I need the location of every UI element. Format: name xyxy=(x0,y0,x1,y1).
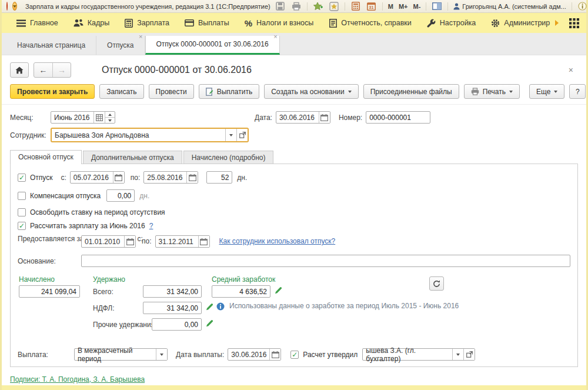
work-period-to-label: по: xyxy=(142,237,152,245)
calc-salary-checkbox[interactable]: ✓ xyxy=(18,222,26,230)
close-icon[interactable]: × xyxy=(139,34,142,39)
calc-salary-label: Рассчитать зарплату за Июнь 2016 xyxy=(30,222,145,230)
number-field[interactable]: 0000-000001 xyxy=(366,111,430,124)
calendar-picker-icon[interactable] xyxy=(124,236,135,247)
chevron-down-icon[interactable] xyxy=(452,349,463,360)
compensation-checkbox[interactable] xyxy=(18,192,26,200)
help-button[interactable]: ? xyxy=(569,84,586,99)
favorites-icon[interactable] xyxy=(329,1,339,12)
payment-date-field[interactable]: 30.06.2016 xyxy=(228,348,281,361)
calendar-picker-icon[interactable] xyxy=(319,112,330,123)
vacation-usage-link[interactable]: Как сотрудник использовал отпуск? xyxy=(219,237,336,245)
menu-item-vyplaty[interactable]: Выплаты xyxy=(178,13,236,33)
more-button[interactable]: Еще xyxy=(529,84,564,99)
chevron-down-icon[interactable] xyxy=(225,129,236,141)
date-label: Дата: xyxy=(255,114,272,122)
menu-item-nalogi[interactable]: % Налоги и взносы xyxy=(238,13,320,33)
month-label: Месяц: xyxy=(10,114,51,122)
vacation-from-field[interactable]: 05.07.2016 xyxy=(70,171,125,184)
tab-additional-vacations[interactable]: Дополнительные отпуска xyxy=(83,151,182,164)
home-button[interactable] xyxy=(10,62,29,78)
compensation-days-field[interactable]: 0,00 xyxy=(106,189,135,202)
accrued-field[interactable]: 241 099,04 xyxy=(19,285,80,298)
basis-field[interactable] xyxy=(81,255,570,267)
window-menu-button[interactable] xyxy=(12,2,17,11)
chevron-down-icon xyxy=(554,91,557,93)
print-icon[interactable] xyxy=(291,1,302,12)
menu-item-otchetnost[interactable]: Отчетность, справки xyxy=(322,13,418,33)
tab-accrued-detail[interactable]: Начислено (подробно) xyxy=(183,151,274,164)
favorites-add-icon[interactable] xyxy=(313,1,323,12)
post-button[interactable]: Провести xyxy=(149,84,194,99)
open-link-icon[interactable] xyxy=(236,129,248,141)
info-icon[interactable] xyxy=(577,1,588,12)
calc-salary-help-link[interactable]: ? xyxy=(149,222,153,230)
calendar-picker-icon[interactable] xyxy=(113,172,124,183)
split-window-icon[interactable] xyxy=(432,1,442,12)
edit-pencil-icon[interactable] xyxy=(206,303,213,311)
forward-button[interactable]: → xyxy=(52,63,71,77)
menu-item-zarplata[interactable]: Зарплата xyxy=(118,13,176,33)
calendar-picker-icon[interactable] xyxy=(269,349,280,360)
tab-vacation-document[interactable]: Отпуск 0000-000001 от 30.06.2016 × xyxy=(145,36,280,55)
calendar-icon[interactable]: 31 xyxy=(366,1,377,12)
employee-field[interactable]: Барышева Зоя Арнольдовна xyxy=(52,129,248,141)
menu-item-nastroika[interactable]: Настройка xyxy=(420,13,483,33)
month-picker-icon[interactable] xyxy=(93,112,105,123)
save-button[interactable]: Записать xyxy=(99,84,143,99)
menu-item-glavnoe[interactable]: Главное xyxy=(10,13,65,33)
tab-home-page[interactable]: Начальная страница xyxy=(6,36,96,55)
calendar-picker-icon[interactable] xyxy=(198,236,209,247)
menu-item-kadry[interactable]: Кадры xyxy=(67,13,116,33)
current-user[interactable]: Григорьянц А.А. (системный адм... xyxy=(453,3,566,10)
app-icon[interactable] xyxy=(6,2,8,11)
m-button[interactable]: M xyxy=(388,3,393,10)
refresh-button[interactable] xyxy=(429,276,444,291)
menu-overflow-icon[interactable] xyxy=(555,20,559,26)
tab-vacations-list[interactable]: Отпуска × xyxy=(96,36,145,55)
create-from-button[interactable]: Создать на основании xyxy=(264,84,359,99)
signatures-link[interactable]: Подписи: Т. А. Погодина, З. А. Барышева xyxy=(10,375,145,384)
ndfl-field[interactable]: 31 342,00 xyxy=(143,302,202,314)
work-period-from-field[interactable]: 01.01.2010 xyxy=(81,235,136,248)
edit-pencil-icon[interactable] xyxy=(275,286,282,294)
post-and-close-button[interactable]: Провести и закрыть xyxy=(10,84,95,99)
vacation-checkbox[interactable]: ✓ xyxy=(18,174,26,182)
work-period-to-field[interactable]: 31.12.2011 xyxy=(155,235,210,248)
free-rate-checkbox[interactable] xyxy=(18,208,26,216)
m-plus-button[interactable]: M+ xyxy=(399,3,408,10)
print-button[interactable]: Печать xyxy=(464,84,520,99)
all-functions-icon[interactable] xyxy=(567,16,580,29)
back-button[interactable]: ← xyxy=(34,63,52,77)
month-spinner[interactable] xyxy=(105,112,115,123)
open-link-icon[interactable] xyxy=(463,349,475,360)
document-form: ← → Отпуск 0000-000001 от 30.06.2016 × П… xyxy=(2,55,586,385)
date-field[interactable]: 30.06.2016 xyxy=(276,111,330,124)
calendar-picker-icon[interactable] xyxy=(186,172,198,183)
month-field[interactable]: Июнь 2016 xyxy=(51,111,115,124)
withheld-total-field[interactable]: 31 342,00 xyxy=(143,285,202,298)
average-earnings-field[interactable]: 4 636,52 xyxy=(212,285,270,298)
totals-section: Начислено 241 099,04 Удержано Всего: 31 … xyxy=(18,275,570,339)
approved-checkbox[interactable]: ✓ xyxy=(290,351,299,359)
vacation-to-field[interactable]: 25.08.2016 xyxy=(143,171,198,184)
chevron-down-icon[interactable] xyxy=(156,349,167,360)
attached-files-button[interactable]: Присоединенные файлы xyxy=(363,84,459,99)
info-icon xyxy=(216,302,225,311)
m-minus-button[interactable]: M- xyxy=(413,3,421,10)
calculator-icon[interactable] xyxy=(350,1,361,12)
close-icon[interactable]: × xyxy=(273,34,277,39)
vacation-to-label: по: xyxy=(131,174,141,182)
edit-pencil-icon[interactable] xyxy=(206,319,213,327)
close-form-icon[interactable]: × xyxy=(569,65,573,75)
free-rate-label: Освободить ставку на период отсутствия xyxy=(30,208,165,216)
payment-method-select[interactable]: В межрасчетный период xyxy=(74,348,168,361)
menu-item-administrirovanie[interactable]: Администрир xyxy=(485,13,565,33)
pay-button[interactable]: Выплатить xyxy=(199,84,260,99)
other-withholdings-field[interactable]: 0,00 xyxy=(152,318,202,331)
tab-main-vacation[interactable]: Основной отпуск xyxy=(10,150,82,164)
home-icon xyxy=(15,66,24,74)
vacation-days-field[interactable]: 52 xyxy=(206,171,232,184)
approver-field[interactable]: ышева З.А. (гл. бухгалтер) xyxy=(362,348,475,361)
save-icon[interactable] xyxy=(275,1,286,12)
